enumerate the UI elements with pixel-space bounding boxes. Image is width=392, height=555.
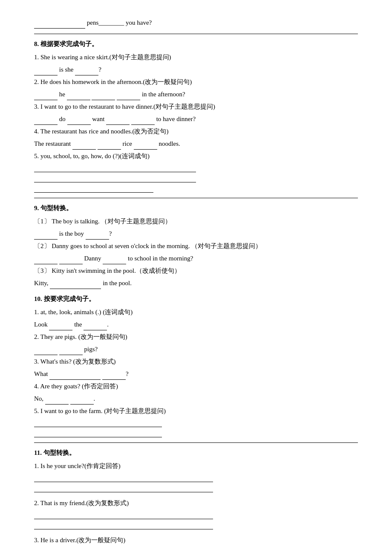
- blank-top-1[interactable]: [34, 21, 85, 29]
- s10-q3-blank1[interactable]: [49, 372, 101, 380]
- s10-q4-blank1[interactable]: [45, 397, 69, 405]
- s9-q2-ans: Danny to school in the morning?: [34, 253, 358, 264]
- s8-q4-blank2[interactable]: [98, 142, 121, 150]
- s8-q4-blank1[interactable]: [72, 142, 96, 150]
- s9-q2-text: 〔2〕 Danny goes to school at seven o'cloc…: [34, 240, 358, 252]
- s10-q5-ans-line2[interactable]: [34, 429, 162, 437]
- s8-q4-ans: The restaurant rice noodles.: [34, 138, 358, 150]
- s9-q3-blank1[interactable]: [50, 281, 101, 289]
- s10-q2-text: 2. They are pigs. (改为一般疑问句): [34, 331, 358, 343]
- s8-q4-text: 4. The restaurant has rice and noodles.(…: [34, 126, 358, 137]
- top-text-pens: pens________ you have?: [87, 19, 152, 26]
- divider-10-11: [34, 442, 358, 443]
- s10-q2-blank1[interactable]: [34, 347, 58, 355]
- s11-q3-text: 3. He is a driver.(改为一般疑问句): [34, 535, 358, 546]
- s10-q1-text: 1. at, the, look, animals (.) (连词成句): [34, 306, 358, 318]
- s10-q1-blank2[interactable]: [84, 323, 107, 330]
- s9-q2-bracket: 〔2〕: [34, 243, 50, 249]
- s8-q5-text: 5. you, school, to, go, how, do (?)(连词成句…: [34, 150, 358, 162]
- s11-q1-ans-line2[interactable]: [34, 484, 213, 492]
- s9-q1-bracket: 〔1〕: [34, 218, 50, 225]
- s8-q2-ans: he in the afternoon?: [34, 89, 358, 100]
- s10-q5-ans-line1[interactable]: [34, 419, 162, 427]
- section-10-title: 10. 按要求完成句子。: [34, 293, 358, 305]
- s9-q3-bracket: 〔3〕: [34, 267, 50, 274]
- s9-q1-text: 〔1〕 The boy is talking. （对句子主题意思提问）: [34, 216, 358, 227]
- s10-q1-blank1[interactable]: [49, 323, 72, 330]
- s8-q3-blank4[interactable]: [131, 117, 155, 125]
- s9-q2-blank2[interactable]: [59, 257, 83, 264]
- section-8-title: 8. 根据要求完成句子。: [34, 38, 358, 50]
- s10-q4-ans: No, .: [34, 393, 358, 405]
- s8-q3-text: 3. I want to go to the restaurant to hav…: [34, 101, 358, 113]
- s8-q2-blank3[interactable]: [92, 92, 115, 100]
- page-content: pens________ you have? 8. 根据要求完成句子。 1. S…: [34, 17, 358, 555]
- s10-q3-blank2[interactable]: [102, 372, 126, 380]
- section-11: 11. 句型转换。 1. Is he your uncle?(作肯定回答) 2.…: [34, 447, 358, 555]
- divider-top: [34, 34, 358, 34]
- s9-q2-blank3[interactable]: [103, 257, 126, 264]
- section-8: 8. 根据要求完成句子。 1. She is wearing a nice sk…: [34, 38, 358, 193]
- section-9-title: 9. 句型转换。: [34, 202, 358, 214]
- s10-q3-text: 3. What's this? (改为复数形式): [34, 356, 358, 367]
- s10-q4-blank2[interactable]: [70, 397, 94, 405]
- s9-q3-content: Kitty isn't swimming in the pool.（改成祈使句）: [52, 267, 181, 274]
- s8-q3-blank2[interactable]: [67, 117, 91, 125]
- s10-q1-ans: Look the .: [34, 319, 358, 330]
- section-11-title: 11. 句型转换。: [34, 447, 358, 459]
- s10-q4-text: 4. Are they goats? (作否定回答): [34, 381, 358, 392]
- s10-q3-ans: What ?: [34, 368, 358, 380]
- s9-q1-content: The boy is talking. （对句子主题意思提问）: [52, 218, 171, 225]
- s8-q2-blank2[interactable]: [67, 92, 90, 100]
- s11-q2-text: 2. That is my friend.(改为复数形式): [34, 497, 358, 509]
- s8-q5-ans-line2[interactable]: [34, 174, 196, 182]
- s9-q2-content: Danny goes to school at seven o'clock in…: [52, 243, 262, 249]
- s9-q2-blank1[interactable]: [34, 257, 58, 264]
- s9-q1-blank1[interactable]: [34, 232, 58, 240]
- s11-q2-ans-line1[interactable]: [34, 511, 213, 519]
- s8-q3-ans: do want to have dinner?: [34, 113, 358, 125]
- s8-q4-blank3[interactable]: [134, 142, 157, 150]
- s8-q5-ans-line3[interactable]: [34, 184, 153, 193]
- s8-q3-blank3[interactable]: [106, 117, 130, 125]
- s11-q2-ans-line2[interactable]: [34, 521, 213, 529]
- top-partial-line: pens________ you have?: [34, 17, 358, 29]
- s9-q1-ans: is the boy ?: [34, 228, 358, 240]
- s10-q2-blank2[interactable]: [59, 347, 83, 355]
- s8-q1-ans: is she ?: [34, 64, 358, 75]
- s8-q2-text: 2. He does his homework in the afternoon…: [34, 76, 358, 88]
- s8-q1-text: 1. She is wearing a nice skirt.(对句子主题意思提…: [34, 52, 358, 63]
- s10-q5-text: 5. I want to go to the farm. (对句子主题意思提问): [34, 405, 358, 417]
- s9-q3-ans: Kitty, in the pool.: [34, 278, 358, 289]
- s11-q3-ans-line1[interactable]: [34, 548, 213, 555]
- s9-q3-text: 〔3〕 Kitty isn't swimming in the pool.（改成…: [34, 265, 358, 277]
- s8-q1-blank2[interactable]: [75, 68, 98, 75]
- s11-q1-ans-line1[interactable]: [34, 474, 213, 482]
- s11-q1-text: 1. Is he your uncle?(作肯定回答): [34, 460, 358, 472]
- s8-q5-ans-line1[interactable]: [34, 164, 196, 172]
- section-10: 10. 按要求完成句子。 1. at, the, look, animals (…: [34, 293, 358, 437]
- s8-q2-blank1[interactable]: [34, 92, 58, 100]
- s8-q3-blank1[interactable]: [34, 117, 58, 125]
- divider-8-9: [34, 198, 358, 198]
- s8-q2-blank4[interactable]: [117, 92, 140, 100]
- s8-q1-blank1[interactable]: [34, 68, 58, 75]
- s9-q1-blank2[interactable]: [86, 232, 109, 240]
- section-9: 9. 句型转换。 〔1〕 The boy is talking. （对句子主题意…: [34, 202, 358, 289]
- s10-q2-ans: pigs?: [34, 344, 358, 355]
